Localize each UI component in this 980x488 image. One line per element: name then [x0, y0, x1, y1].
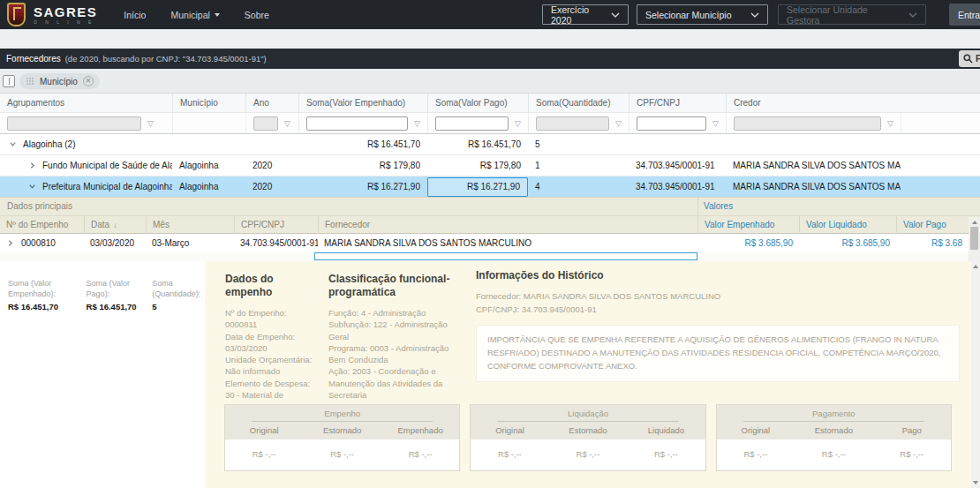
historico-title: Informações do Histórico [476, 269, 967, 282]
valores-separator [697, 198, 698, 234]
liquidacao-table: Liquidação Original Estornado Liquidado … [470, 404, 705, 471]
nav-municipal-label: Municipal [170, 10, 209, 20]
col-num-empenho[interactable]: Nº do Empenho [0, 216, 84, 234]
dados-empenho-title: Dados do empenho [225, 273, 324, 299]
historico-text-box: IMPORTÂNCIA QUE SE EMPENHA REFERENTE A A… [476, 325, 960, 381]
classificacao-title: Classificação funcional- programática [328, 273, 463, 299]
group-row-alagoinha[interactable]: Alagoinha (2) R$ 16.451,70 R$ 16.451,70 … [0, 134, 980, 155]
filter-empenhado-input[interactable] [306, 116, 408, 131]
group-soma-pago: R$ 16.451,70 [427, 134, 528, 155]
chevron-right-icon[interactable] [28, 161, 36, 169]
row-name: Prefeitura Municipal de Alagoinha [42, 176, 172, 198]
dados-principais-section: Dados principais Valores Nº do Empenho D… [0, 197, 980, 252]
filter-funnel-icon[interactable]: ▽ [712, 119, 719, 128]
empenho-row-0000810[interactable]: 0000810 03/03/2020 03-Março 34.703.945/0… [0, 234, 980, 252]
empenho-data: 03/03/2020 [84, 234, 146, 252]
col-pago: Pago [873, 425, 951, 435]
filter-funnel-icon[interactable]: ▽ [615, 119, 622, 128]
col-empenhado: Empenhado [381, 425, 459, 435]
row-cpf: 34.703.945/0001-91 [629, 155, 726, 176]
sagres-crest-icon [7, 3, 26, 26]
nav-inicio[interactable]: Início [124, 10, 146, 20]
summary-empenhado-label: Soma (Valor Empenhado): [8, 278, 75, 299]
nav-sobre[interactable]: Sobre [245, 10, 269, 20]
scrollbar-thumb[interactable] [970, 227, 978, 250]
brand-subtitle: O N L I N E [34, 20, 97, 25]
filter-funnel-icon[interactable]: ▽ [515, 119, 521, 128]
close-icon[interactable]: ✕ [83, 76, 94, 86]
row-credor: MARIA SANDRA SILVA DOS SANTOS MARCU... [726, 155, 901, 176]
filter-agrupamentos-input [7, 116, 141, 131]
col-credor[interactable]: Credor [726, 94, 901, 112]
col-valor-pago[interactable]: Valor Pago [896, 216, 969, 234]
col-original: Original [471, 425, 548, 435]
brand-name: SAGRES [34, 5, 97, 19]
col-fornecedor[interactable]: Fornecedor [318, 216, 697, 234]
col-cpf-cnpj[interactable]: CPF/CNPJ [629, 94, 726, 112]
filter-funnel-icon[interactable]: ▽ [414, 119, 420, 128]
row-ano: 2020 [245, 155, 298, 176]
scroll-up-icon[interactable] [972, 221, 977, 224]
main-nav: Início Municipal Sobre [124, 10, 269, 20]
col-original: Original [225, 425, 303, 435]
filter-funnel-icon[interactable]: ▽ [147, 119, 154, 128]
dados-principais-scrollbar[interactable] [969, 217, 980, 261]
scroll-down-icon[interactable] [973, 481, 978, 484]
col-cpf[interactable]: CPF/CNPJ [234, 216, 318, 234]
chevron-down-icon[interactable] [9, 140, 17, 148]
col-estornado: Estornado [795, 425, 872, 435]
filter-pago-input[interactable] [435, 116, 509, 131]
chevron-right-icon[interactable] [6, 239, 14, 247]
filter-funnel-icon[interactable]: ▽ [887, 119, 893, 128]
val-estornado: R$ -,-- [795, 449, 872, 459]
col-ano[interactable]: Ano [245, 94, 298, 112]
col-valor-liquidado[interactable]: Valor Liquidado [799, 216, 896, 234]
col-agrupamentos[interactable]: Agrupamentos [0, 94, 172, 112]
filter-funnel-icon[interactable]: ▽ [284, 119, 290, 128]
summary-empenhado-value: R$ 16.451,70 [8, 302, 75, 312]
chip-label: Município [40, 77, 78, 86]
row-quantidade: 1 [528, 155, 629, 176]
col-valor-empenhado[interactable]: Valor Empenhado [697, 216, 799, 234]
grid-header-row: Agrupamentos Município Ano Soma(Valor Em… [0, 94, 980, 112]
summary-quantidade-label: Soma (Quantidade): [152, 278, 205, 299]
col-municipio[interactable]: Município [172, 94, 245, 112]
grid-filter-row: ▽ ▽ ▽ ▽ ▽ ▽ ▽ [0, 112, 980, 134]
vertical-scrollbar[interactable] [971, 261, 980, 488]
horizontal-scrollbar-thumb[interactable] [314, 252, 697, 260]
sagres-logo[interactable]: SAGRES O N L I N E [7, 3, 97, 26]
scroll-up-icon[interactable] [973, 265, 978, 268]
col-soma-pago[interactable]: Soma(Valor Pago) [427, 94, 528, 112]
entrar-button[interactable]: Entrar [949, 4, 980, 26]
panel-toggle-icon[interactable] [3, 75, 15, 87]
nav-municipal[interactable]: Municipal [170, 10, 219, 20]
horizontal-scrollbar[interactable] [0, 252, 969, 261]
sort-desc-icon: ↓ [113, 216, 117, 234]
table-row-prefeitura-selected[interactable]: Prefeitura Municipal de Alagoinha Alagoi… [0, 176, 980, 198]
empenho-valor-empenhado: R$ 3.685,90 [697, 234, 799, 252]
groupby-chip-municipio[interactable]: Município ✕ [19, 73, 100, 89]
row-pago-focused-cell[interactable]: R$ 16.271,90 [427, 177, 528, 197]
chevron-down-icon[interactable] [28, 183, 36, 191]
val-estornado: R$ -,-- [303, 449, 381, 459]
divider [497, 421, 678, 422]
pagamento-table-title: Pagamento [717, 409, 951, 418]
col-mes[interactable]: Mês [146, 216, 234, 234]
dados-empenho-text: Nº do Empenho: 0000811 Data de Empenho: … [225, 307, 324, 413]
exercicio-dropdown[interactable]: Exercício 2020 [542, 4, 629, 25]
unidade-gestora-dropdown[interactable]: Selecionar Unidade Gestora [778, 4, 926, 25]
fornecedores-grid: Agrupamentos Município Ano Soma(Valor Em… [0, 94, 980, 198]
col-data-sorted[interactable]: Data ↓ [84, 216, 146, 234]
divider [743, 421, 924, 422]
search-filter-button[interactable]: F [959, 50, 980, 67]
historico-block: Informações do Histórico Fornecedor: MAR… [476, 269, 967, 382]
empenho-fornecedor: MARIA SANDRA SILVA DOS SANTOS MARCULINO [318, 234, 697, 252]
table-row-fundo-saude[interactable]: Fundo Municipal de Saúde de Ala... Alago… [0, 155, 980, 176]
col-soma-empenhado[interactable]: Soma(Valor Empenhado) [298, 94, 427, 112]
dados-principais-title: Dados principais [7, 201, 72, 211]
page-subtitle: (de 2020, buscando por CNPJ: "34.703.945… [65, 54, 267, 64]
filter-cpf-input[interactable] [637, 116, 706, 131]
chevron-down-icon [611, 12, 620, 18]
municipio-dropdown[interactable]: Selecionar Município [637, 4, 768, 25]
col-soma-quantidade[interactable]: Soma(Quantidade) [528, 94, 629, 112]
